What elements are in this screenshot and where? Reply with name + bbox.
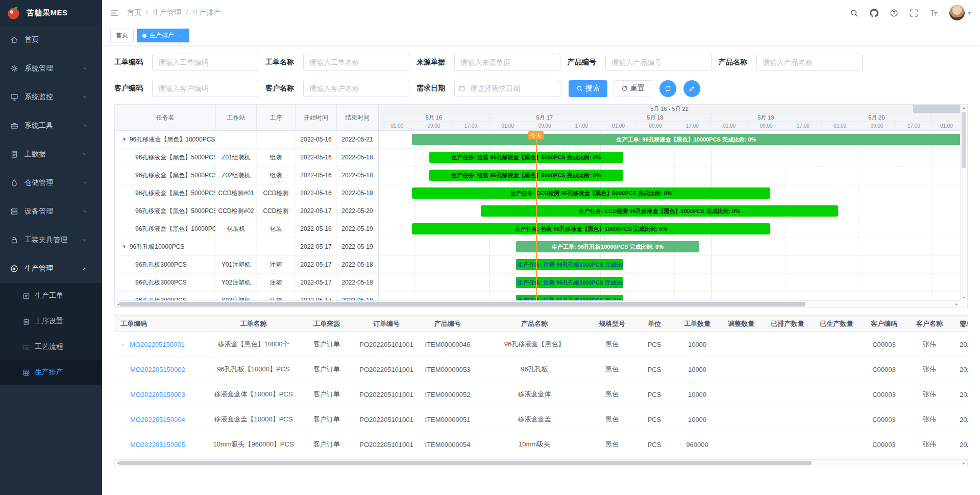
orders-cell-code: MO202205150003 bbox=[114, 382, 209, 407]
refresh-circle-button[interactable] bbox=[659, 80, 676, 97]
schedule-edit-circle-button[interactable] bbox=[683, 80, 700, 97]
gantt-task-row[interactable]: 96孔孔板3000PCSY01注塑机注塑2022-05-172022-05-18 bbox=[115, 256, 378, 274]
sidebar-item-master-data[interactable]: 主数据 bbox=[0, 140, 102, 169]
scroll-right-icon[interactable]: ► bbox=[962, 461, 966, 465]
filter-input-source-doc[interactable] bbox=[454, 54, 560, 71]
caret-down-icon[interactable]: ▼ bbox=[122, 244, 127, 249]
gantt-task-row[interactable]: 96孔孔板3000PCSY02注塑机注塑2022-05-172022-05-18 bbox=[115, 274, 378, 292]
reset-button-label: 重置 bbox=[630, 84, 645, 93]
orders-row[interactable]: MO20220515000296孔孔板【10000】PCS客户订单PO20220… bbox=[114, 357, 968, 382]
orders-row[interactable]: MO202205150003移液盒盒体【10000】PCS客户订单PO20220… bbox=[114, 382, 968, 407]
sidebar-item-process-flow[interactable]: 工艺流程 bbox=[0, 334, 102, 360]
orders-row[interactable]: MO202205150001移液盒【黑色】10000个客户订单PO2022051… bbox=[114, 332, 968, 357]
scrollbar-thumb[interactable] bbox=[962, 112, 966, 168]
filter-field-customer-name: 客户名称 bbox=[265, 80, 409, 97]
sidebar-item-production-management[interactable]: 生产管理 bbox=[0, 254, 102, 283]
filter-input-order-code[interactable] bbox=[152, 54, 258, 71]
orders-row[interactable]: MO202205150004移液盒盒盖【10000】PCS客户订单PO20220… bbox=[114, 407, 968, 432]
filter-field-customer-code: 客户编码 bbox=[114, 80, 258, 97]
avatar[interactable] bbox=[949, 5, 965, 20]
work-order-link[interactable]: MO202205150002 bbox=[130, 366, 185, 373]
sidebar-item-production-order[interactable]: 生产工单 bbox=[0, 283, 102, 309]
gantt-order-bar[interactable]: 生产工单: 96孔孔板10000PCS 完成比例: 0% bbox=[516, 241, 699, 252]
gantt-task-bar[interactable]: 生产任务: 组装 96孔移液盒【黑色】5000PCS 完成比例: 0% bbox=[429, 152, 623, 163]
gantt-cell: 2022-05-17 bbox=[296, 238, 337, 255]
orders-row[interactable]: MO20220515000510mm吸头【960000】PCS客户订单PO202… bbox=[114, 432, 968, 457]
orders-cell: 张伟 bbox=[906, 332, 952, 357]
caret-down-icon[interactable]: ▼ bbox=[122, 137, 127, 142]
gantt-cell bbox=[216, 238, 257, 255]
gantt-task-bar[interactable]: 生产任务: 注塑 96孔孔板3000PCS 完成比例: 0% bbox=[516, 295, 623, 300]
timeline-hour-label: 17:00 bbox=[896, 122, 933, 130]
sidebar-item-fixture-management[interactable]: 工装夹具管理 bbox=[0, 226, 102, 254]
gantt-task-bar[interactable]: 生产任务: CCD检测 96孔移液盒【黑色】5000PCS 完成比例: 0% bbox=[412, 187, 770, 199]
sidebar-item-equipment-management[interactable]: 设备管理 bbox=[0, 197, 102, 226]
gantt-task-bar[interactable]: 生产任务: 注塑 96孔孔板3000PCS 完成比例: 0% bbox=[516, 259, 623, 270]
sidebar-item-process-setting[interactable]: 工序设置 bbox=[0, 309, 102, 334]
gantt-task-row[interactable]: ▼96孔孔板10000PCS2022-05-172022-05-19 bbox=[115, 238, 378, 256]
filter-input-product-name[interactable] bbox=[756, 54, 863, 71]
reset-button[interactable]: 重置 bbox=[614, 80, 652, 97]
filter-input-customer-name[interactable] bbox=[303, 80, 409, 97]
scrollbar-thumb[interactable] bbox=[119, 461, 812, 465]
gantt-order-bar[interactable]: 生产工单: 96孔移液盒【黑色】10000PCS 完成比例: 0% bbox=[412, 134, 960, 145]
github-icon[interactable] bbox=[870, 9, 878, 17]
hamburger-icon[interactable] bbox=[110, 9, 119, 17]
gantt-task-row[interactable]: 96孔移液盒【黑色】5000PCSCCD检测#02CCD检测2022-05-17… bbox=[115, 202, 378, 220]
gantt-task-row[interactable]: 96孔移液盒【黑色】5000PCSCCD检测#01CCD检测2022-05-16… bbox=[115, 184, 378, 202]
work-order-link[interactable]: MO202205150005 bbox=[130, 441, 185, 449]
filter-input-order-name[interactable] bbox=[303, 54, 409, 71]
fullscreen-icon[interactable] bbox=[910, 9, 918, 17]
sidebar-item-system-management[interactable]: 系统管理 bbox=[0, 54, 102, 83]
tab-1[interactable]: 首页 bbox=[110, 29, 134, 42]
orders-cell bbox=[719, 432, 764, 457]
filter-input-product-code[interactable] bbox=[605, 54, 712, 71]
filter-input-customer-code[interactable] bbox=[152, 80, 258, 97]
breadcrumb-item[interactable]: 生产管理 bbox=[153, 8, 181, 17]
user-menu[interactable]: ▾ bbox=[949, 5, 971, 20]
timeline-hours-row: 01:0009:0017:0001:0009:0017:0001:0009:00… bbox=[379, 122, 960, 131]
font-size-icon[interactable] bbox=[929, 9, 938, 17]
filter-input-demand-date[interactable] bbox=[454, 80, 560, 97]
gantt-task-row[interactable]: 96孔移液盒【黑色】5000PCSZ02组装机组装2022-05-162022-… bbox=[115, 167, 378, 184]
filter-label: 工单名称 bbox=[265, 58, 297, 67]
chevron-down-icon[interactable] bbox=[120, 342, 126, 347]
gantt-task-bar[interactable]: 生产任务: 组装 96孔移液盒【黑色】5000PCS 完成比例: 0% bbox=[429, 170, 623, 181]
tab-2[interactable]: 生产排产 bbox=[137, 29, 189, 42]
sidebar-item-system-monitor[interactable]: 系统监控 bbox=[0, 83, 102, 111]
sidebar-item-home[interactable]: 首页 bbox=[0, 26, 102, 54]
sidebar-item-system-tools[interactable]: 系统工具 bbox=[0, 111, 102, 140]
breadcrumb-item[interactable]: 首页 bbox=[127, 8, 141, 17]
gantt-task-bar[interactable]: 生产任务: 注塑 96孔孔板3000PCS 完成比例: 0% bbox=[516, 277, 623, 288]
search-button[interactable]: 搜索 bbox=[569, 80, 607, 97]
sidebar-item-label: 生产工单 bbox=[35, 291, 63, 300]
breadcrumb-separator: / bbox=[146, 9, 148, 17]
scroll-right-icon[interactable]: ► bbox=[955, 302, 959, 306]
help-icon[interactable] bbox=[890, 9, 898, 17]
gantt-task-row[interactable]: 96孔移液盒【黑色】10000PCS包装机包装2022-05-162022-05… bbox=[115, 220, 378, 238]
timeline-offrange-block bbox=[913, 105, 960, 113]
orders-horizontal-scrollbar[interactable]: ◄ ► bbox=[114, 459, 968, 466]
gantt-task-row[interactable]: 96孔移液盒【黑色】5000PCSZ01组装机组装2022-05-162022-… bbox=[115, 149, 378, 167]
work-order-link[interactable]: MO202205150001 bbox=[130, 341, 185, 348]
gantt-task-row[interactable]: 96孔孔板3000PCSY03注塑机注塑2022-05-172022-05-18 bbox=[115, 292, 378, 300]
work-order-link[interactable]: MO202205150004 bbox=[130, 416, 185, 423]
orders-cell bbox=[812, 432, 862, 457]
scrollbar-thumb[interactable] bbox=[119, 302, 805, 307]
gantt-vertical-scrollbar[interactable]: ▲ ▼ bbox=[960, 105, 967, 300]
search-icon[interactable] bbox=[850, 9, 859, 17]
work-order-link[interactable]: MO202205150003 bbox=[130, 391, 185, 398]
tab-close-icon[interactable] bbox=[178, 33, 184, 38]
orders-cell: 移液盒盒盖【10000】PCS bbox=[209, 407, 298, 432]
gantt-task-row[interactable]: ▼96孔移液盒【黑色】10000PCS2022-05-162022-05-21 bbox=[115, 131, 378, 149]
scroll-down-icon[interactable]: ▼ bbox=[962, 296, 966, 299]
app-logo[interactable]: 苦糖果MES bbox=[0, 0, 102, 26]
gantt-task-bar[interactable]: 生产任务: CCD检测 96孔移液盒【黑色】5000PCS 完成比例: 0% bbox=[481, 205, 838, 217]
orders-cell: PO202205101001 bbox=[355, 407, 418, 432]
gantt-horizontal-scrollbar[interactable]: ◄ ► bbox=[115, 300, 960, 308]
sidebar-item-production-scheduling[interactable]: 生产排产 bbox=[0, 360, 102, 385]
sidebar-item-warehouse-management[interactable]: 仓储管理 bbox=[0, 169, 102, 197]
gantt-task-bar[interactable]: 生产任务: 包装 96孔移液盒【黑色】10000PCS 完成比例: 0% bbox=[412, 223, 770, 234]
scroll-up-icon[interactable]: ▲ bbox=[962, 106, 966, 109]
filter-input-wrap bbox=[454, 80, 560, 97]
